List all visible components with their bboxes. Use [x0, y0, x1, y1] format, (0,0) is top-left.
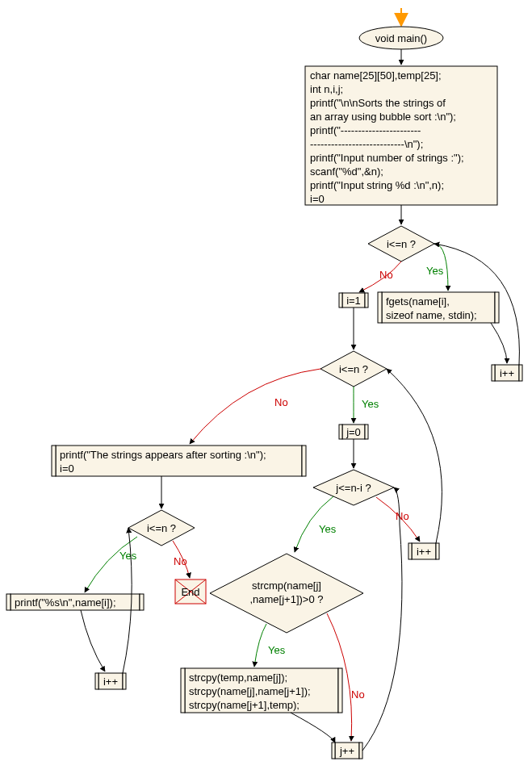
- label-yes-4: Yes: [268, 644, 286, 656]
- node-cond3: j<=n-i ?: [313, 470, 394, 505]
- text-print: printf("%s\n",name[i]);: [15, 596, 116, 609]
- text-cond2: i<=n ?: [339, 363, 368, 375]
- label-no-1: No: [379, 269, 393, 281]
- svg-rect-30: [359, 743, 362, 759]
- node-start: void main(): [359, 27, 443, 49]
- svg-rect-26: [181, 668, 185, 713]
- text-init-2: int n,i,j;: [310, 83, 343, 95]
- flowchart-canvas: void main() char name[25][50],temp[25]; …: [0, 0, 532, 774]
- node-cond1: i<=n ?: [368, 226, 434, 261]
- text-cond4-2: ,name[j+1])>0 ?: [249, 593, 323, 605]
- svg-rect-13: [365, 293, 368, 308]
- svg-rect-6: [378, 292, 382, 323]
- label-no-4: No: [351, 688, 365, 701]
- text-print-head-1: printf("The strings appears after sortin…: [60, 449, 266, 461]
- text-cond5: i<=n ?: [147, 522, 176, 534]
- label-no-2: No: [274, 396, 288, 408]
- text-init-6: ---------------------------\n");: [310, 138, 423, 150]
- node-init: char name[25][50],temp[25]; int n,i,j; p…: [305, 66, 497, 205]
- label-yes-1: Yes: [426, 265, 444, 277]
- svg-rect-17: [339, 425, 342, 439]
- label-yes-2: Yes: [362, 398, 379, 410]
- svg-rect-22: [408, 543, 412, 559]
- svg-rect-23: [436, 543, 439, 559]
- text-init-10: i=0: [310, 193, 325, 205]
- text-print-head-2: i=0: [60, 462, 74, 475]
- label-no-5: No: [174, 555, 187, 567]
- node-inci2: i++: [408, 543, 439, 559]
- node-cond5: i<=n ?: [128, 510, 195, 546]
- node-print: printf("%s\n",name[i]);: [6, 594, 144, 610]
- svg-rect-18: [365, 425, 368, 439]
- label-no-3: No: [396, 510, 409, 522]
- svg-rect-41: [123, 673, 126, 689]
- text-start: void main(): [375, 32, 427, 44]
- svg-rect-10: [519, 365, 522, 381]
- node-swap: strcpy(temp,name[j]); strcpy(name[j],nam…: [181, 668, 342, 713]
- label-yes-3: Yes: [319, 523, 337, 535]
- svg-rect-27: [338, 668, 342, 713]
- text-init-9: printf("Input string %d :\n",n);: [310, 179, 444, 191]
- text-incj: j++: [339, 745, 354, 757]
- text-swap-3: strcpy(name[j+1],temp);: [189, 699, 300, 711]
- node-cond4: strcmp(name[j] ,name[j+1])>0 ?: [210, 554, 363, 633]
- text-swap-1: strcpy(temp,name[j]);: [189, 671, 287, 684]
- label-yes-5: Yes: [119, 550, 137, 562]
- svg-rect-38: [140, 594, 144, 610]
- text-swap-2: strcpy(name[j],name[j+1]);: [189, 685, 311, 697]
- text-inci3: i++: [103, 676, 118, 688]
- text-cond3: j<=n-i ?: [335, 482, 371, 494]
- node-inc1: i++: [492, 365, 522, 381]
- text-init-7: printf("Input number of strings :");: [310, 152, 464, 164]
- text-init-1: char name[25][50],temp[25];: [310, 69, 442, 82]
- text-inci2: i++: [417, 546, 431, 558]
- svg-rect-40: [95, 673, 98, 689]
- svg-rect-33: [302, 446, 306, 476]
- svg-rect-37: [6, 594, 10, 610]
- node-incj: j++: [332, 743, 362, 759]
- text-cond4-1: strcmp(name[j]: [252, 579, 321, 592]
- node-cond2: i<=n ?: [320, 351, 387, 387]
- text-init-8: scanf("%d",&n);: [310, 165, 383, 178]
- svg-rect-12: [339, 293, 342, 308]
- node-setj0: j=0: [339, 425, 368, 439]
- text-init-3: printf("\n\nSorts the strings of: [310, 97, 446, 109]
- node-inci3: i++: [95, 673, 126, 689]
- text-fgets-2: sizeof name, stdin);: [386, 309, 477, 321]
- svg-rect-7: [495, 292, 499, 323]
- text-seti1: i=1: [346, 295, 361, 307]
- text-inc1: i++: [500, 367, 514, 379]
- svg-rect-32: [52, 446, 56, 476]
- text-end: End: [181, 586, 199, 598]
- text-fgets-1: fgets(name[i],: [386, 295, 450, 308]
- text-cond1: i<=n ?: [387, 238, 416, 250]
- node-end: End: [175, 579, 206, 604]
- text-init-4: an array using bubble sort :\n");: [310, 111, 456, 123]
- node-fgets: fgets(name[i], sizeof name, stdin);: [378, 292, 499, 323]
- svg-rect-9: [492, 365, 495, 381]
- text-init-5: printf("-----------------------: [310, 124, 421, 136]
- node-print-head: printf("The strings appears after sortin…: [52, 446, 306, 476]
- text-setj0: j=0: [346, 426, 361, 438]
- svg-rect-29: [332, 743, 335, 759]
- node-seti1: i=1: [339, 293, 368, 308]
